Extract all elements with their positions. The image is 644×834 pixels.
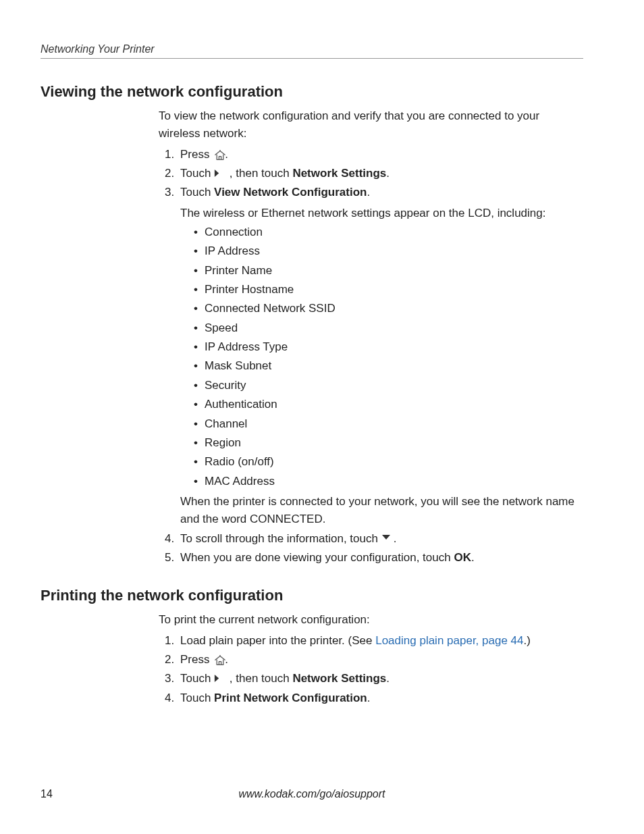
home-icon: [213, 655, 225, 664]
right-arrow-icon: [214, 674, 226, 683]
running-header: Networking Your Printer: [41, 43, 583, 59]
list-item: Press .: [178, 146, 583, 163]
list-item: When you are done viewing your configura…: [178, 549, 583, 567]
list-item: Touch View Network Configuration. The wi…: [178, 184, 583, 528]
list-item: Region: [194, 434, 583, 452]
list-item: Printer Name: [194, 262, 583, 280]
list-item: IP Address Type: [194, 338, 583, 356]
list-item: Connected Network SSID: [194, 300, 583, 317]
section1-body: To view the network configuration and ve…: [159, 107, 583, 567]
list-item: Security: [194, 377, 583, 394]
home-icon: [213, 150, 225, 159]
down-arrow-icon: [381, 534, 394, 544]
list-item: Authentication: [194, 396, 583, 413]
section2-steps: Load plain paper into the printer. (See …: [159, 632, 583, 707]
section1-steps: Press . Touch , then touch Network Setti…: [159, 146, 583, 567]
list-item: Printer Hostname: [194, 281, 583, 298]
section1-intro: To view the network configuration and ve…: [159, 107, 583, 143]
settings-list: Connection IP Address Printer Name Print…: [180, 224, 583, 490]
list-item: Mask Subnet: [194, 357, 583, 375]
list-item: Speed: [194, 319, 583, 337]
list-item: Channel: [194, 415, 583, 433]
list-item: IP Address: [194, 242, 583, 260]
list-item: Touch , then touch Network Settings.: [178, 670, 583, 687]
list-item: Load plain paper into the printer. (See …: [178, 632, 583, 650]
section2-body: To print the current network configurati…: [159, 611, 583, 707]
list-item: MAC Address: [194, 473, 583, 490]
list-item: Connection: [194, 224, 583, 241]
after-bullets-note: When the printer is connected to your ne…: [180, 493, 583, 529]
list-item: Radio (on/off): [194, 453, 583, 471]
right-arrow-icon: [214, 169, 226, 178]
page-number: 14: [41, 788, 53, 800]
list-item: Touch , then touch Network Settings.: [178, 165, 583, 182]
section-heading-viewing: Viewing the network configuration: [41, 83, 583, 101]
section2-intro: To print the current network configurati…: [159, 611, 583, 629]
list-item: Touch Print Network Configuration.: [178, 689, 583, 707]
page-footer: 14 www.kodak.com/go/aiosupport: [41, 788, 583, 800]
list-item: To scroll through the information, touch…: [178, 530, 583, 548]
list-item: Press .: [178, 651, 583, 669]
footer-url: www.kodak.com/go/aiosupport: [239, 788, 385, 800]
step3-subtext: The wireless or Ethernet network setting…: [180, 205, 583, 222]
section-heading-printing: Printing the network configuration: [41, 587, 583, 604]
page: Networking Your Printer Viewing the netw…: [0, 0, 644, 834]
loading-paper-link[interactable]: Loading plain paper, page 44: [375, 634, 523, 647]
